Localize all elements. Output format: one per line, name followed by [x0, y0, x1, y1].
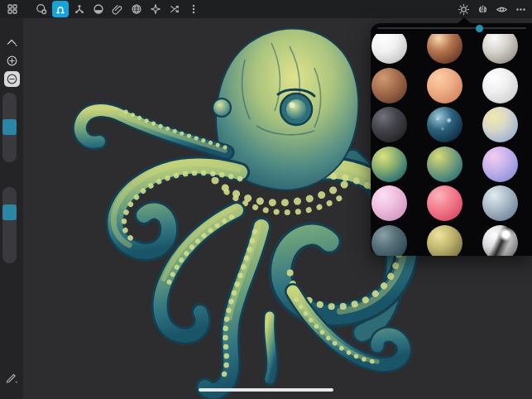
- render-settings-sun-icon: [458, 3, 470, 16]
- matcap-copper[interactable]: [427, 34, 463, 64]
- matcap-cell: [371, 66, 407, 106]
- toolbar-btn-more-kebab[interactable]: [185, 1, 202, 17]
- toolbar-btn-more-ellipsis[interactable]: [512, 1, 529, 17]
- subtract-circle-icon: [6, 73, 18, 85]
- toolbar-btn-render-settings-sun[interactable]: [455, 1, 472, 17]
- matcap-cell: [482, 184, 518, 224]
- toolbar-btn-paperclip[interactable]: [109, 1, 126, 17]
- more-kebab-icon: [188, 3, 199, 15]
- sidebar-btn-add-circle[interactable]: [0, 51, 23, 70]
- brush-intensity-slider[interactable]: [2, 187, 17, 263]
- scene-sphere-icon: [36, 3, 47, 15]
- matcap-cell: [426, 184, 463, 224]
- toolbar-btn-visibility-eye[interactable]: [493, 1, 510, 17]
- slider-thumb[interactable]: [476, 25, 483, 32]
- matcap-charcoal[interactable]: [371, 107, 407, 142]
- eye-glint: [290, 103, 295, 108]
- matcap-cell: [482, 145, 518, 185]
- toolbar-btn-wireframe-globe[interactable]: [128, 1, 145, 17]
- matcap-material-panel: [371, 23, 532, 256]
- matcap-chrome[interactable]: [482, 225, 518, 256]
- matcap-olive-khaki[interactable]: [427, 225, 463, 256]
- slider-track[interactable]: [377, 27, 526, 29]
- second-eye-bump: [213, 99, 231, 117]
- toolbar-btn-flip-arrows[interactable]: [166, 1, 183, 17]
- matcap-green-teal-2[interactable]: [427, 147, 463, 182]
- tentacle-left-loop: [113, 164, 240, 252]
- visibility-eye-icon: [496, 3, 508, 16]
- brush-size-slider[interactable]: [2, 93, 17, 162]
- matcap-cell: [371, 184, 407, 224]
- matcap-cell: [426, 34, 463, 66]
- gizmo-tripod-icon: [74, 3, 85, 15]
- symmetry-icon: [477, 3, 489, 16]
- matcap-cell: [426, 105, 463, 145]
- matcap-silver-pearl[interactable]: [482, 34, 518, 64]
- toolbar-btn-material-hemisphere[interactable]: [90, 1, 107, 17]
- arch-tool-icon: [55, 3, 66, 15]
- matcap-pale-pink[interactable]: [371, 185, 407, 221]
- material-hemisphere-icon: [93, 3, 104, 15]
- matcap-slate-teal[interactable]: [371, 225, 407, 256]
- paperclip-icon: [112, 3, 123, 15]
- matcap-scroll-area[interactable]: [371, 34, 532, 256]
- top-toolbar: [0, 0, 532, 18]
- matcap-dark-ocean[interactable]: [427, 107, 463, 142]
- toolbar-btn-symmetry[interactable]: [474, 1, 491, 17]
- matcap-cell: [371, 224, 407, 257]
- matcap-cell: [482, 224, 518, 257]
- chevron-up-icon: [5, 36, 18, 48]
- matcap-lavender-pink[interactable]: [482, 147, 518, 182]
- tentacle-bottom-small: [269, 316, 272, 379]
- toolbar-btn-move-star[interactable]: [147, 1, 164, 17]
- left-tool-sidebar: [0, 18, 23, 399]
- matcap-steel-blue[interactable]: [482, 185, 518, 221]
- matcap-intensity-slider[interactable]: [377, 23, 526, 34]
- matcap-cell: [426, 66, 463, 106]
- tentacle-upper-left: [80, 110, 227, 152]
- home-indicator[interactable]: [199, 388, 333, 392]
- add-circle-icon: [6, 55, 18, 67]
- toolbar-left-group: [33, 1, 202, 17]
- matcap-cream-sky[interactable]: [482, 107, 518, 142]
- matcap-cell: [482, 66, 518, 106]
- matcap-cell: [482, 34, 518, 66]
- selected-highlight: [4, 71, 20, 87]
- matcap-white-glossy[interactable]: [371, 34, 407, 64]
- tentacle-front: [205, 225, 261, 391]
- matcap-cell: [371, 34, 407, 66]
- toolbar-btn-scene-sphere[interactable]: [33, 1, 50, 17]
- pencil-icon: [4, 369, 19, 384]
- sidebar-btn-subtract-circle[interactable]: [0, 70, 23, 88]
- toolbar-btn-gizmo-tripod[interactable]: [71, 1, 88, 17]
- brush-size-slider-handle[interactable]: [2, 119, 17, 135]
- move-star-icon: [150, 3, 161, 15]
- toolbar-btn-apps-grid[interactable]: [4, 1, 21, 17]
- matcap-porcelain[interactable]: [482, 68, 518, 103]
- matcap-cell: [482, 105, 518, 145]
- matcap-cell: [426, 145, 463, 185]
- sidebar-btn-chevron-up[interactable]: [0, 33, 23, 51]
- apps-grid-icon: [7, 3, 18, 15]
- sculpt-app-window: { "app": {"type": "3d-sculpting-app", "d…: [0, 0, 532, 399]
- brush-intensity-slider-handle[interactable]: [2, 204, 17, 220]
- matcap-clay-brown[interactable]: [371, 68, 407, 103]
- eyeball: [286, 99, 306, 119]
- matcap-grid: [371, 34, 532, 256]
- matcap-skin-peach[interactable]: [427, 68, 463, 103]
- more-ellipsis-icon: [515, 3, 527, 16]
- matcap-cell: [371, 145, 407, 185]
- wireframe-globe-icon: [131, 3, 142, 15]
- flip-arrows-icon: [169, 3, 180, 15]
- toolbar-right-group: [455, 1, 529, 17]
- octopus-head: [213, 28, 358, 212]
- matcap-cell: [426, 224, 463, 257]
- matcap-rose[interactable]: [427, 185, 463, 221]
- sidebar-btn-pencil-mode[interactable]: [0, 369, 23, 384]
- matcap-cell: [371, 105, 407, 145]
- matcap-green-teal[interactable]: [371, 147, 407, 182]
- toolbar-btn-arch-tool[interactable]: [52, 1, 69, 17]
